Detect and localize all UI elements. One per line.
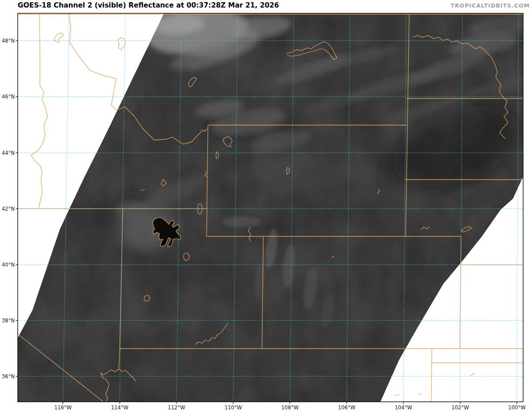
lat-tick-label: 44°N [2,150,15,156]
lat-tick-label: 36°N [2,373,15,380]
lat-tick-label: 48°N [2,38,15,44]
lat-tick-label: 38°N [2,318,15,324]
lat-tick-label: 40°N [2,262,15,268]
lon-tick-label: 114°W [111,404,128,411]
lon-tick-label: 116°W [54,404,71,411]
lat-tick-label: 46°N [2,94,15,100]
lon-tick-label: 104°W [395,404,412,411]
satellite-image-page: GOES-18 Channel 2 (visible) Reflectance … [0,0,532,412]
lon-tick-label: 102°W [451,404,469,411]
lon-tick-label: 100°W [508,404,525,411]
satellite-map: 48°N46°N44°N42°N40°N38°N36°N116°W114°W11… [0,0,532,412]
lon-tick-label: 106°W [338,404,355,411]
lon-tick-label: 108°W [281,404,298,411]
lon-tick-label: 110°W [224,404,242,411]
lat-tick-label: 42°N [2,206,15,212]
lon-tick-label: 112°W [168,404,185,411]
